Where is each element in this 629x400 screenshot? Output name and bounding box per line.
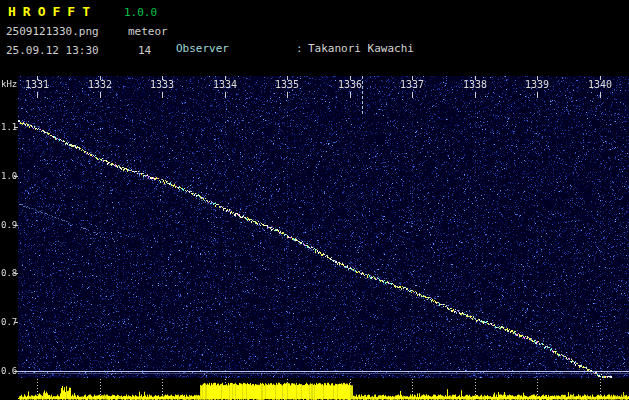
x-tick-label: 1331 [23, 79, 51, 90]
x-tick-label: 1333 [148, 79, 176, 90]
info-row-observer: Observer : Takanori Kawachi [176, 42, 626, 56]
info-label: Observer [176, 42, 296, 56]
y-tick-label: 0.8 [1, 268, 17, 278]
echo-count: 14 [138, 44, 151, 57]
app-title: HROFFT [8, 4, 97, 19]
header: HROFFT 1.0.0 2509121330.png meteor 25.09… [0, 0, 629, 76]
app-version: 1.0.0 [124, 6, 157, 19]
x-tick-label: 1332 [86, 79, 114, 90]
y-tick-label: 0.7 [1, 317, 17, 327]
x-tick-label: 1338 [461, 79, 489, 90]
y-tick-label: 0.9 [1, 220, 17, 230]
hrofft-screen: HROFFT 1.0.0 2509121330.png meteor 25.09… [0, 0, 629, 400]
spectrogram-canvas [0, 76, 629, 400]
x-tick-label: 1340 [586, 79, 614, 90]
x-tick-label: 1337 [398, 79, 426, 90]
y-tick-label: 0.6 [1, 366, 17, 376]
x-tick-label: 1336 [336, 79, 364, 90]
mode-label: meteor [128, 25, 168, 38]
output-filename: 2509121330.png [6, 25, 99, 38]
y-tick-label: 1.1 [1, 122, 17, 132]
observation-datetime: 25.09.12 13:30 [6, 44, 99, 57]
x-tick-label: 1339 [523, 79, 551, 90]
info-value: Takanori Kawachi [308, 42, 414, 56]
y-axis-unit-label: kHz [1, 79, 17, 89]
x-tick-label: 1335 [273, 79, 301, 90]
y-tick-label: 1.0 [1, 171, 17, 181]
x-tick-label: 1334 [211, 79, 239, 90]
colon-separator: : [296, 42, 308, 56]
